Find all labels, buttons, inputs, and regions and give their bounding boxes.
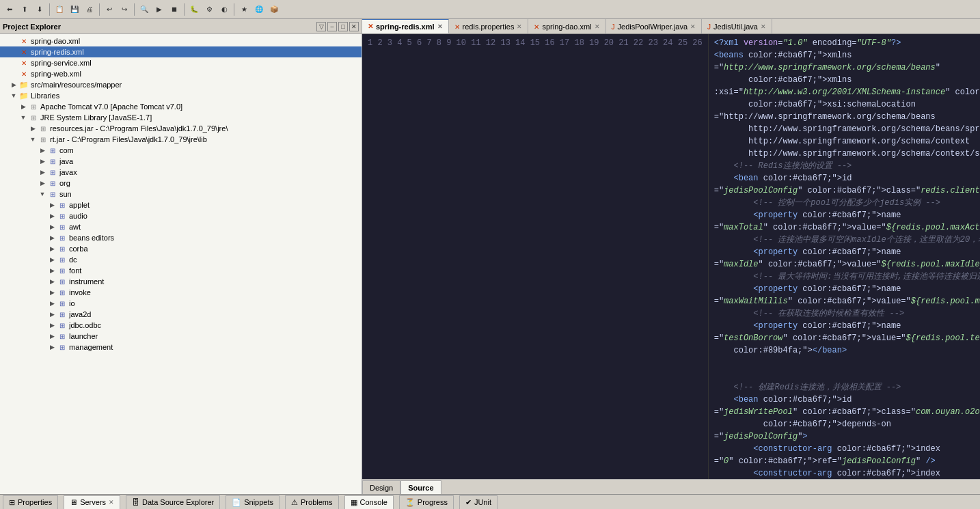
expander-spring-dao[interactable] [10,37,18,45]
expander-font[interactable]: ▶ [48,266,56,275]
toolbar-btn-13[interactable]: 🌐 [252,3,266,16]
tree-item-resources-jar[interactable]: ▶⊞resources.jar - C:\Program Files\Java\… [0,123,362,134]
tree-item-awt[interactable]: ▶⊞awt [0,221,362,232]
toolbar-btn-9[interactable]: 🔍 [137,3,151,16]
tab-design[interactable]: Design [362,480,400,494]
status-tab-junit[interactable]: ✔ JUnit [459,495,498,509]
tree-item-jre[interactable]: ▼⊞JRE System Library [JavaSE-1.7] [0,112,362,123]
tab-jedis-util[interactable]: J JedisUtil.java ✕ [702,19,772,34]
status-tab-properties[interactable]: ⊞ Properties [3,495,58,509]
panel-collapse-btn[interactable]: ▽ [316,22,326,31]
expander-beans-editors[interactable]: ▶ [48,234,56,242]
tab-source[interactable]: Source [400,480,441,494]
tab-close-jedis-wriper[interactable]: ✕ [690,23,696,30]
tab-jedis-wriper[interactable]: J JedisPoolWriper.java ✕ [606,19,703,34]
tree-item-spring-redis[interactable]: ✕spring-redis.xml [0,46,362,57]
expander-spring-web[interactable] [10,70,18,78]
status-tab-datasource[interactable]: 🗄 Data Source Explorer [126,495,220,509]
tree-item-management[interactable]: ▶⊞management [0,342,362,353]
toolbar-btn-debug[interactable]: 🐛 [187,3,201,16]
tree-item-dc[interactable]: ▶⊞dc [0,254,362,265]
expander-java2d[interactable]: ▶ [48,310,56,318]
code-content[interactable]: <?xml version="1.0" encoding="UTF-8"?> <… [709,34,980,479]
tree-item-launcher[interactable]: ▶⊞launcher [0,331,362,342]
expander-java[interactable]: ▶ [38,157,46,165]
tree-item-jdbc-odbc[interactable]: ▶⊞jdbc.odbc [0,320,362,331]
panel-maximize-btn[interactable]: □ [338,22,348,31]
status-tab-snippets[interactable]: 📄 Snippets [226,495,280,509]
tab-redis-props[interactable]: ✕ redis.properties ✕ [449,19,529,34]
tree-item-resources-mapper[interactable]: ▶📁src/main/resources/mapper [0,79,362,90]
toolbar-btn-run[interactable]: ▶ [152,3,166,16]
expander-launcher[interactable]: ▶ [48,332,56,340]
tree-item-beans-editors[interactable]: ▶⊞beans editors [0,232,362,243]
panel-close-btn[interactable]: ✕ [349,22,359,31]
toolbar-btn-4[interactable]: 📋 [53,3,66,16]
expander-com[interactable]: ▶ [38,146,46,154]
expander-spring-redis[interactable] [10,48,18,56]
panel-minimize-btn[interactable]: – [327,22,337,31]
tree-item-com[interactable]: ▶⊞com [0,145,362,156]
status-tab-progress[interactable]: ⏳ Progress [399,495,454,509]
tree-item-libraries[interactable]: ▼📁Libraries [0,90,362,101]
expander-rt-jar[interactable]: ▼ [29,135,37,143]
expander-jre[interactable]: ▼ [19,113,27,122]
toolbar-btn-6[interactable]: 🖨 [83,3,96,16]
tree-item-corba[interactable]: ▶⊞corba [0,243,362,254]
servers-close[interactable]: ✕ [109,499,114,506]
tree-item-spring-service[interactable]: ✕spring-service.xml [0,57,362,68]
expander-instrument[interactable]: ▶ [48,277,56,286]
tree-item-audio[interactable]: ▶⊞audio [0,210,362,221]
tab-spring-dao[interactable]: ✕ spring-dao.xml ✕ [528,19,605,34]
tree-item-rt-jar[interactable]: ▼⊞rt.jar - C:\Program Files\Java\jdk1.7.… [0,134,362,145]
toolbar-btn-14[interactable]: 📦 [267,3,281,16]
expander-corba[interactable]: ▶ [48,245,56,253]
tab-close-redis-props[interactable]: ✕ [517,23,522,30]
expander-dc[interactable]: ▶ [48,256,56,264]
toolbar-btn-stop[interactable]: ⏹ [167,3,181,16]
tree-item-java[interactable]: ▶⊞java [0,156,362,167]
expander-javax[interactable]: ▶ [38,168,46,176]
tree-item-tomcat[interactable]: ▶⊞Apache Tomcat v7.0 [Apache Tomcat v7.0… [0,101,362,112]
tab-spring-redis[interactable]: ✕ spring-redis.xml ✕ [362,19,449,33]
expander-awt[interactable]: ▶ [48,223,56,231]
toolbar-btn-12[interactable]: ★ [237,3,251,16]
tree-item-sun[interactable]: ▼⊞sun [0,189,362,200]
expander-jdbc-odbc[interactable]: ▶ [48,321,56,329]
status-tab-servers[interactable]: 🖥 Servers ✕ [64,495,120,509]
status-tab-console[interactable]: ▦ Console [344,495,394,509]
code-editor-area[interactable]: 1 2 3 4 5 6 7 8 9 10 11 12 13 14 15 16 1… [362,34,980,479]
expander-spring-service[interactable] [10,59,18,67]
tree-item-applet[interactable]: ▶⊞applet [0,200,362,210]
tree-item-spring-web[interactable]: ✕spring-web.xml [0,68,362,79]
toolbar-btn-5[interactable]: 💾 [68,3,81,16]
tree-item-font[interactable]: ▶⊞font [0,265,362,276]
expander-resources-jar[interactable]: ▶ [29,124,37,133]
tree-item-javax[interactable]: ▶⊞javax [0,167,362,178]
tab-close-jedis-util[interactable]: ✕ [761,23,766,30]
tree-item-instrument[interactable]: ▶⊞instrument [0,276,362,287]
tree-item-org[interactable]: ▶⊞org [0,178,362,189]
tree-item-spring-dao[interactable]: ✕spring-dao.xml [0,36,362,46]
expander-management[interactable]: ▶ [48,343,56,351]
tab-close-spring-redis[interactable]: ✕ [437,23,443,30]
tree-item-io[interactable]: ▶⊞io [0,298,362,309]
expander-sun[interactable]: ▼ [38,190,46,198]
expander-resources-mapper[interactable]: ▶ [10,81,18,89]
toolbar-btn-10[interactable]: ⚙ [202,3,216,16]
tab-close-spring-dao[interactable]: ✕ [595,23,600,30]
expander-tomcat[interactable]: ▶ [19,102,27,111]
toolbar-btn-3[interactable]: ⬇ [33,3,46,16]
toolbar-btn-1[interactable]: ⬅ [3,3,16,16]
expander-applet[interactable]: ▶ [48,201,56,209]
toolbar-btn-11[interactable]: ◐ [217,3,231,16]
expander-audio[interactable]: ▶ [48,212,56,220]
status-tab-problems[interactable]: ⚠ Problems [285,495,338,509]
expander-libraries[interactable]: ▼ [10,92,18,100]
tree-item-invoke[interactable]: ▶⊞invoke [0,287,362,298]
toolbar-btn-8[interactable]: ↪ [118,3,131,16]
expander-invoke[interactable]: ▶ [48,288,56,297]
expander-org[interactable]: ▶ [38,179,46,187]
tree-item-java2d[interactable]: ▶⊞java2d [0,309,362,320]
toolbar-btn-7[interactable]: ↩ [103,3,116,16]
